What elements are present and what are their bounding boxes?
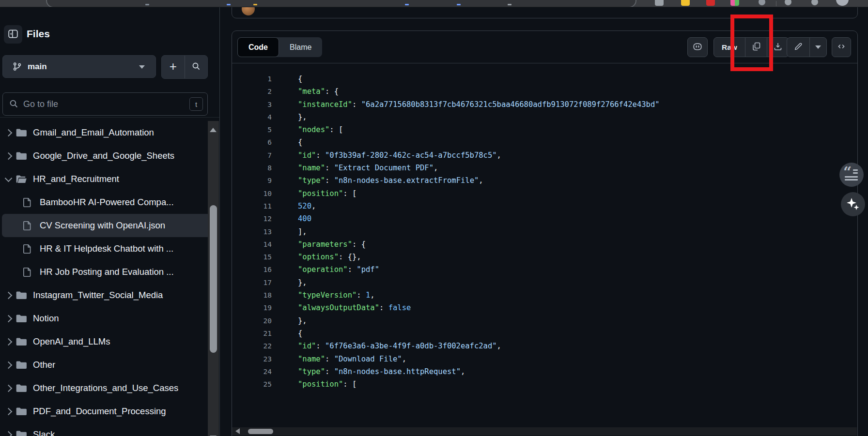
branch-selector[interactable]: main — [2, 55, 156, 78]
chevron-right-icon[interactable] — [5, 339, 16, 345]
code-line: 10"position": [ — [232, 187, 857, 200]
line-number[interactable]: 6 — [240, 136, 272, 149]
quote-icon-bar — [853, 169, 858, 171]
tree-item-hr-it-helpdesk-chatbot-with[interactable]: HR & IT Helpdesk Chatbot with ... — [0, 237, 219, 260]
code-line: 15"options": {}, — [232, 251, 857, 263]
chevron-right-icon[interactable] — [5, 386, 16, 391]
line-number[interactable]: 2 — [240, 85, 272, 98]
chevron-right-icon[interactable] — [5, 362, 16, 368]
scroll-up-arrow-icon[interactable] — [210, 128, 217, 132]
line-number[interactable]: 20 — [240, 315, 272, 327]
chevron-right-icon[interactable] — [5, 153, 16, 159]
line-number[interactable]: 25 — [240, 378, 272, 391]
line-number[interactable]: 21 — [240, 327, 272, 340]
tree-item-hr-job-posting-and-evaluation[interactable]: HR Job Posting and Evaluation ... — [0, 260, 219, 284]
line-number[interactable]: 12 — [240, 212, 272, 225]
line-number[interactable]: 4 — [240, 111, 272, 123]
line-number[interactable]: 5 — [240, 123, 272, 136]
tree-item-slack[interactable]: Slack — [0, 423, 219, 436]
line-number[interactable]: 15 — [240, 251, 272, 263]
folder-icon — [16, 360, 27, 370]
tree-item-instagram-twitter-social-media[interactable]: Instagram_Twitter_Social_Media — [0, 284, 219, 307]
code-line-text: "position": [ — [298, 187, 356, 200]
code-line: 6{ — [232, 136, 857, 149]
code-line-text: "meta": { — [298, 85, 339, 98]
collapse-file-tree-button[interactable] — [4, 25, 22, 44]
tree-item-label: Google_Drive_and_Google_Sheets — [33, 150, 174, 161]
tree-item-notion[interactable]: Notion — [0, 307, 219, 330]
chevron-right-icon[interactable] — [5, 130, 16, 135]
tree-item-hr-and-recruitment[interactable]: HR_and_Recruitment — [0, 167, 219, 191]
code-horizontal-scrollbar[interactable] — [232, 427, 857, 436]
tree-item-other-integrations-and-use-cases[interactable]: Other_Integrations_and_Use_Cases — [0, 376, 219, 400]
tree-item-openai-and-llms[interactable]: OpenAI_and_LLMs — [0, 330, 219, 353]
extension-icon-2[interactable] — [681, 0, 690, 6]
line-number[interactable]: 24 — [240, 365, 272, 378]
extension-icon-4[interactable] — [730, 0, 739, 6]
code-line: 20}, — [232, 315, 857, 327]
extension-icon-5[interactable] — [759, 0, 765, 5]
line-number[interactable]: 22 — [240, 340, 272, 352]
code-line-text: { — [298, 136, 302, 149]
tab-blame[interactable]: Blame — [279, 37, 322, 57]
chevron-right-icon[interactable] — [5, 316, 16, 321]
extension-icon-1[interactable] — [655, 0, 664, 6]
code-line: 22"id": "6f76e3a6-a3be-4f9f-a0db-3f002ea… — [232, 340, 857, 352]
ai-assistant-button[interactable] — [841, 192, 865, 216]
tree-item-other[interactable]: Other — [0, 353, 219, 376]
line-number[interactable]: 14 — [240, 238, 272, 251]
extension-icon-6[interactable] — [785, 0, 791, 5]
copilot-button[interactable] — [687, 37, 708, 57]
line-number[interactable]: 19 — [240, 301, 272, 314]
line-number[interactable]: 13 — [240, 226, 272, 238]
file-tree-sidebar: Files main + t Gmail_and_Email_Autom — [0, 7, 220, 436]
chrome-divider — [776, 1, 776, 6]
line-number[interactable]: 1 — [240, 73, 272, 85]
line-number[interactable]: 8 — [240, 162, 272, 174]
divider — [0, 117, 219, 118]
line-number[interactable]: 10 — [240, 187, 272, 200]
chevron-right-icon[interactable] — [5, 409, 16, 414]
code-line-text: "operation": "pdf" — [298, 263, 379, 276]
code-line-text: ], — [298, 226, 307, 238]
extension-icon-3[interactable] — [706, 0, 715, 6]
search-repo-button[interactable] — [185, 56, 208, 78]
chevron-down-icon[interactable] — [5, 178, 16, 181]
browser-profile-avatar[interactable] — [836, 0, 849, 6]
browser-url-bar[interactable] — [46, 0, 636, 7]
line-number[interactable]: 23 — [240, 353, 272, 365]
scroll-left-arrow-icon[interactable] — [235, 428, 240, 434]
edit-file-button[interactable] — [787, 38, 809, 57]
code-line: 24"type": "n8n-nodes-base.httpRequest", — [232, 365, 857, 378]
tree-item-label: HR_and_Recruitment — [33, 174, 119, 184]
tree-item-bamboohr-ai-powered-compa[interactable]: BambooHR AI-Powered Compa... — [0, 191, 219, 214]
panel-collapse-icon — [8, 29, 18, 41]
line-number[interactable]: 16 — [240, 263, 272, 276]
line-number[interactable]: 11 — [240, 200, 272, 212]
tab-code[interactable]: Code — [237, 37, 279, 57]
download-icon — [773, 42, 783, 53]
line-number[interactable]: 18 — [240, 289, 272, 301]
chevron-right-icon[interactable] — [5, 293, 16, 298]
chevron-down-icon — [815, 45, 821, 49]
code-line: 5"nodes": [ — [232, 123, 857, 136]
line-number[interactable]: 9 — [240, 174, 272, 187]
horizontal-scrollbar-thumb[interactable] — [248, 429, 273, 434]
edit-dropdown-button[interactable] — [809, 38, 826, 57]
tree-item-pdf-and-document-processing[interactable]: PDF_and_Document_Processing — [0, 400, 219, 423]
chevron-right-icon[interactable] — [5, 432, 16, 436]
tree-item-google-drive-and-google-sheets[interactable]: Google_Drive_and_Google_Sheets — [0, 144, 219, 167]
line-number[interactable]: 3 — [240, 98, 272, 111]
code-line: 23"name": "Download File", — [232, 353, 857, 365]
profile-ring-icon[interactable] — [811, 0, 818, 5]
symbols-panel-button[interactable] — [832, 37, 851, 57]
tree-item-cv-screening-with-openai-json[interactable]: CV Screening with OpenAI.json — [2, 214, 217, 237]
add-file-button[interactable]: + — [162, 56, 185, 78]
citation-widget-button[interactable]: “ — [839, 163, 864, 187]
sidebar-scrollbar[interactable] — [208, 121, 219, 436]
line-number[interactable]: 17 — [240, 276, 272, 289]
tree-item-gmail-and-email-automation[interactable]: Gmail_and_Email_Automation — [0, 121, 219, 144]
go-to-file-input[interactable] — [22, 93, 189, 115]
sidebar-scrollbar-thumb[interactable] — [210, 205, 217, 353]
line-number[interactable]: 7 — [240, 149, 272, 162]
